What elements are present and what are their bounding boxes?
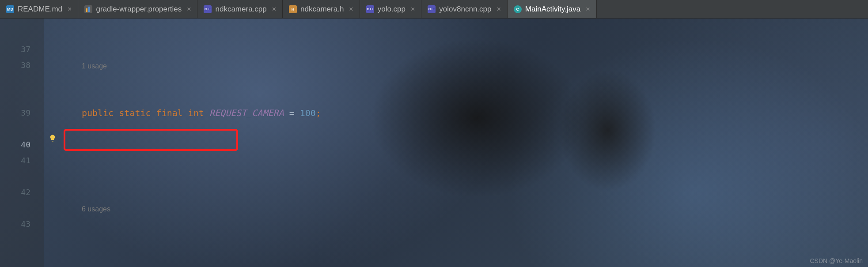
editor-tab[interactable]: MDREADME.md× bbox=[0, 0, 78, 18]
file-type-icon: C++ bbox=[428, 5, 436, 13]
close-icon[interactable]: × bbox=[497, 5, 501, 13]
editor-tab[interactable]: Hndkcamera.h× bbox=[283, 0, 360, 18]
close-icon[interactable]: × bbox=[411, 5, 415, 13]
close-icon[interactable]: × bbox=[187, 5, 191, 13]
file-type-icon: C++ bbox=[204, 5, 212, 13]
line-number[interactable] bbox=[0, 89, 44, 105]
file-type-icon: C bbox=[514, 5, 522, 13]
gutter-margin bbox=[44, 19, 62, 267]
editor-tab[interactable]: CMainActivity.java× bbox=[508, 0, 597, 18]
line-number[interactable]: 40 bbox=[0, 137, 44, 153]
code-line[interactable] bbox=[62, 248, 868, 264]
editor-tab[interactable]: gradle-wrapper.properties× bbox=[78, 0, 197, 18]
line-number[interactable]: 37 bbox=[0, 41, 44, 57]
file-type-icon: H bbox=[289, 5, 297, 13]
line-number[interactable]: 42 bbox=[0, 184, 44, 200]
usage-hint[interactable]: 1 usage bbox=[62, 57, 868, 73]
line-number[interactable]: 41 bbox=[0, 153, 44, 169]
tab-label: ndkcamera.h bbox=[300, 5, 344, 14]
file-type-icon: MD bbox=[6, 5, 14, 13]
close-icon[interactable]: × bbox=[586, 5, 590, 13]
line-number[interactable] bbox=[0, 121, 44, 137]
tab-label: yolo.cpp bbox=[378, 5, 406, 14]
code-area[interactable]: 1 usage public static final int REQUEST_… bbox=[62, 19, 868, 267]
line-number[interactable] bbox=[0, 169, 44, 184]
file-type-icon: C++ bbox=[366, 5, 374, 13]
tab-label: gradle-wrapper.properties bbox=[96, 5, 182, 14]
tab-label: ndkcamera.cpp bbox=[215, 5, 266, 14]
usage-hint[interactable]: 6 usages bbox=[62, 200, 868, 216]
close-icon[interactable]: × bbox=[272, 5, 276, 13]
line-number[interactable]: 39 bbox=[0, 105, 44, 121]
code-line[interactable]: public static final int REQUEST_CAMERA =… bbox=[62, 105, 868, 121]
intention-bulb-icon[interactable] bbox=[49, 134, 57, 142]
close-icon[interactable]: × bbox=[68, 5, 72, 13]
tab-label: MainActivity.java bbox=[525, 5, 580, 14]
editor-tab[interactable]: C++yolo.cpp× bbox=[360, 0, 422, 18]
editor-tab[interactable]: C++yolov8ncnn.cpp× bbox=[421, 0, 507, 18]
editor-tab[interactable]: C++ndkcamera.cpp× bbox=[197, 0, 283, 18]
code-line[interactable] bbox=[62, 153, 868, 169]
tab-label: yolov8ncnn.cpp bbox=[439, 5, 491, 14]
line-number[interactable]: 43 bbox=[0, 216, 44, 232]
editor-tabs: MDREADME.md×gradle-wrapper.properties×C+… bbox=[0, 0, 868, 19]
line-number-gutter: 37383940414243 bbox=[0, 19, 44, 267]
line-number[interactable] bbox=[0, 200, 44, 216]
line-number[interactable] bbox=[0, 73, 44, 89]
editor-pane: 37383940414243 1 usage public static fin… bbox=[0, 19, 868, 267]
watermark: CSDN @Ye-Maolin bbox=[810, 257, 863, 264]
close-icon[interactable]: × bbox=[349, 5, 353, 13]
line-number[interactable] bbox=[0, 26, 44, 41]
file-type-icon bbox=[84, 5, 92, 13]
tab-label: README.md bbox=[18, 5, 62, 14]
line-number[interactable]: 38 bbox=[0, 57, 44, 73]
